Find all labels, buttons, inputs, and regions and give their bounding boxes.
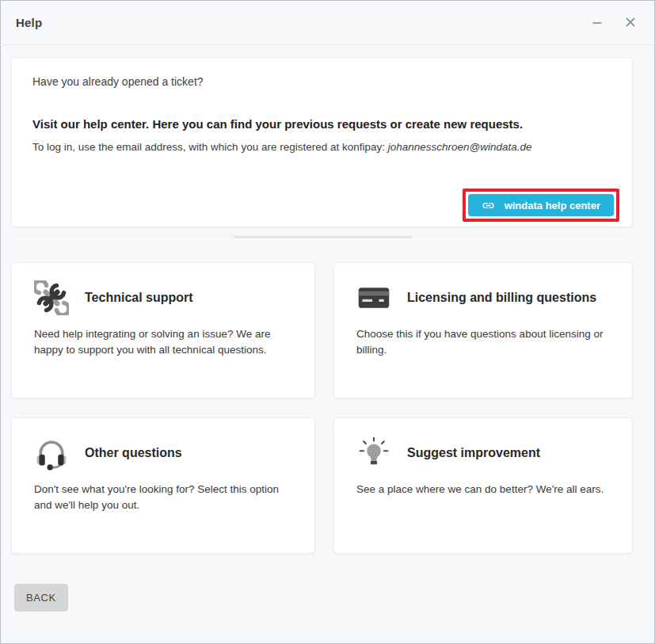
card-description: Need help integrating or solving an issu… [34, 326, 292, 359]
help-options-grid: Technical support Need help integrating … [11, 262, 633, 554]
card-title: Suggest improvement [407, 446, 540, 460]
lightbulb-icon [356, 436, 391, 471]
login-hint-text: To log in, use the email address, with w… [32, 141, 385, 153]
card-technical-support[interactable]: Technical support Need help integrating … [11, 262, 315, 398]
card-title: Technical support [85, 291, 193, 305]
card-suggest-improvement[interactable]: Suggest improvement See a place where we… [333, 417, 633, 554]
ticket-login-hint: To log in, use the email address, with w… [32, 141, 611, 153]
red-highlight-box: windata help center [463, 189, 619, 222]
back-button[interactable]: BACK [14, 584, 68, 612]
ticket-headline: Visit our help center. Here you can find… [32, 117, 611, 131]
minimize-icon[interactable] [590, 15, 604, 29]
windata-help-center-button[interactable]: windata help center [468, 194, 614, 216]
user-email: johannesschroen@windata.de [388, 141, 532, 153]
window-controls [590, 15, 638, 29]
close-icon[interactable] [623, 15, 638, 29]
card-description: See a place where we can do better? We'r… [356, 482, 610, 497]
window-title: Help [16, 16, 42, 29]
card-licensing-billing[interactable]: Licensing and billing questions Choose t… [333, 262, 633, 398]
help-content: Have you already opened a ticket? Visit … [0, 45, 655, 612]
card-description: Choose this if you have questions about … [356, 326, 610, 359]
card-other-questions[interactable]: Other questions Don't see what you're lo… [11, 417, 315, 554]
scrollbar-thumb[interactable] [234, 236, 412, 238]
headset-icon [34, 436, 69, 471]
card-title: Other questions [85, 446, 182, 460]
horizontal-scrollbar [11, 235, 633, 238]
titlebar: Help [0, 0, 655, 45]
card-description: Don't see what you're looking for? Selec… [34, 482, 292, 514]
link-icon [482, 199, 495, 212]
tools-icon [34, 280, 69, 315]
card-title: Licensing and billing questions [407, 291, 596, 305]
ticket-question: Have you already opened a ticket? [32, 75, 611, 88]
credit-card-icon [356, 280, 391, 315]
help-center-button-label: windata help center [505, 200, 600, 211]
ticket-panel: Have you already opened a ticket? Visit … [11, 57, 633, 227]
